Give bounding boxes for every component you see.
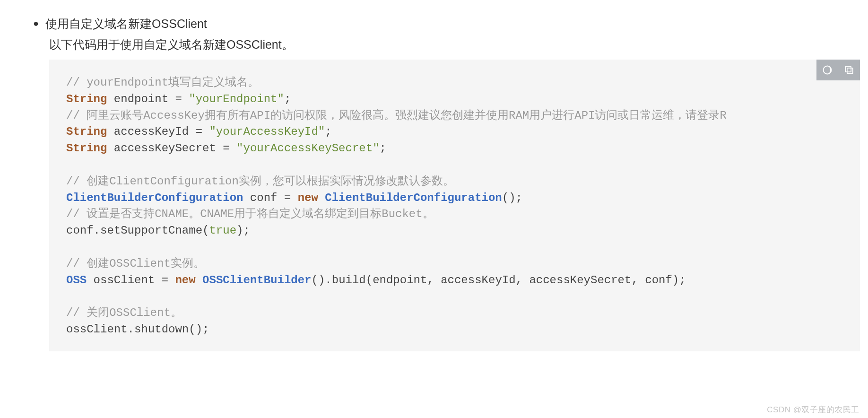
code-text: (); — [502, 192, 522, 204]
code-keyword: String — [66, 93, 107, 105]
code-text: ; — [325, 125, 331, 138]
code-string: "yourAccessKeyId" — [209, 125, 325, 138]
code-keyword: new — [298, 192, 318, 204]
svg-rect-2 — [845, 66, 851, 72]
code-text: ; — [380, 142, 386, 155]
code-type: ClientBuilderConfiguration — [66, 192, 243, 204]
document-page: ● 使用自定义域名新建OSSClient 以下代码用于使用自定义域名新建OSSC… — [0, 0, 868, 418]
code-keyword: new — [175, 274, 195, 287]
code-keyword: String — [66, 142, 107, 155]
code-comment: // 创建OSSClient实例。 — [66, 257, 205, 270]
code-comment: // 设置是否支持CNAME。CNAME用于将自定义域名绑定到目标Bucket。 — [66, 208, 434, 220]
code-text: ); — [236, 224, 250, 237]
watermark-text: CSDN @双子座的农民工 — [767, 404, 859, 415]
code-keyword: String — [66, 125, 107, 138]
code-text: conf.setSupportCname( — [66, 224, 209, 237]
moon-icon — [822, 64, 833, 76]
copy-icon — [844, 65, 854, 75]
code-type: ClientBuilderConfiguration — [325, 192, 502, 204]
code-text: accessKeySecret = — [107, 142, 236, 155]
theme-toggle-button[interactable] — [816, 60, 838, 80]
code-string: "yourEndpoint" — [189, 93, 284, 105]
code-toolbar — [816, 60, 860, 80]
code-text: ossClient.shutdown(); — [66, 323, 209, 336]
bullet-heading-row: ● 使用自定义域名新建OSSClient — [33, 14, 868, 33]
code-text: accessKeyId = — [107, 125, 209, 138]
code-block: // yourEndpoint填写自定义域名。 String endpoint … — [49, 60, 860, 351]
code-text: ; — [284, 93, 291, 105]
code-text: conf = — [243, 192, 297, 204]
code-text — [318, 192, 325, 204]
code-text — [196, 274, 202, 287]
code-content: // yourEndpoint填写自定义域名。 String endpoint … — [49, 60, 860, 351]
heading-text: 使用自定义域名新建OSSClient — [45, 14, 207, 33]
code-comment: // 关闭OSSClient。 — [66, 306, 182, 319]
code-text: endpoint = — [107, 93, 189, 105]
code-comment: // 阿里云账号AccessKey拥有所有API的访问权限，风险很高。强烈建议您… — [66, 109, 727, 122]
code-literal: true — [209, 224, 236, 237]
code-comment: // 创建ClientConfiguration实例，您可以根据实际情况修改默认… — [66, 175, 454, 188]
bullet-icon: ● — [33, 14, 39, 32]
code-comment: // yourEndpoint填写自定义域名。 — [66, 76, 259, 89]
code-text: ().build(endpoint, accessKeyId, accessKe… — [312, 274, 686, 287]
code-string: "yourAccessKeySecret" — [236, 142, 379, 155]
copy-button[interactable] — [838, 60, 860, 80]
code-type: OSSClientBuilder — [202, 274, 311, 287]
svg-rect-1 — [847, 68, 853, 74]
code-type: OSS — [66, 274, 87, 287]
code-text: ossClient = — [87, 274, 175, 287]
description-text: 以下代码用于使用自定义域名新建OSSClient。 — [49, 35, 868, 54]
